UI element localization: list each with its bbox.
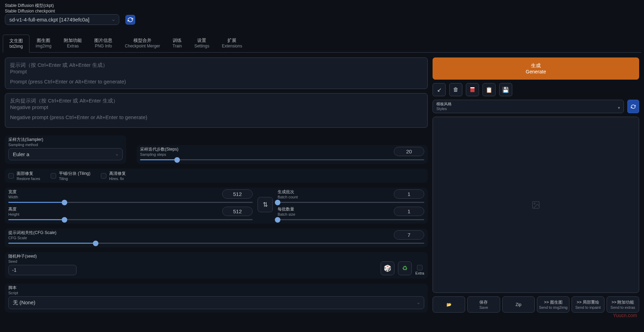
checkpoint-select[interactable]: sd-v1-4-full-ema.ckpt [14749efc0a] ⌵ [5,14,119,25]
random-seed-button[interactable]: 🎲 [381,261,394,275]
tab-png-info[interactable]: 图片信息PNG Info [88,35,119,52]
script-select[interactable]: 无 (None) ⌵ [8,296,424,309]
save-button[interactable]: 保存Save [467,296,500,313]
steps-value[interactable]: 20 [394,147,424,156]
tab-checkpoint-merger[interactable]: 模型合并Checkpoint Merger [119,35,166,52]
width-value[interactable]: 512 [222,189,253,199]
negative-prompt-input[interactable]: 反向提示词（按 Ctrl+Enter 或 Alt+Enter 生成） Negat… [5,93,428,128]
seed-input[interactable] [8,265,77,275]
cfg-slider[interactable] [8,243,424,244]
zip-button[interactable]: Zip [502,296,535,313]
clear-button[interactable]: 🗑 [449,83,462,96]
tab-txt2img[interactable]: 文生图txt2img [3,35,29,53]
header: Stable Diffusion 模型(ckpt) Stable Diffusi… [0,0,644,26]
chevron-down-icon: ⌵ [112,17,115,22]
save-style-button[interactable]: 💾 [499,83,512,96]
open-folder-button[interactable]: 📂 [433,296,465,313]
batch-count-slider[interactable] [278,202,424,203]
send-to-extras-button[interactable]: >> 附加功能Send to extras [607,296,639,313]
seed-extra-checkbox[interactable] [417,265,423,270]
steps-slider[interactable] [140,159,424,160]
main-tabs: 文生图txt2img图生图img2img附加功能Extras图片信息PNG In… [3,35,641,53]
generate-button[interactable]: 生成 Generate [433,57,639,80]
restore-faces-checkbox[interactable] [8,173,14,179]
image-icon [531,200,540,209]
hires-fix-checkbox[interactable] [101,173,106,179]
chevron-down-icon: ▾ [618,106,620,110]
height-value[interactable]: 512 [222,207,253,216]
output-preview [433,117,639,293]
arrow-button[interactable]: ↙ [433,83,446,96]
paste-button[interactable]: 📋 [482,83,496,96]
chevron-down-icon: ⌵ [116,152,118,156]
tab-train[interactable]: 训练Train [166,35,188,52]
tab-settings[interactable]: 设置Settings [188,35,216,52]
swap-dimensions-button[interactable]: ⇅ [258,197,273,212]
chevron-down-icon: ⌵ [417,300,420,305]
watermark: Yuucn.com [613,313,637,318]
refresh-styles-button[interactable] [627,100,639,113]
styles-select[interactable]: 模板风格 Styles ▾ [433,100,624,113]
reuse-seed-button[interactable]: ♻ [398,261,412,275]
tab-extras[interactable]: 附加功能Extras [58,35,88,52]
prompt-input[interactable]: 提示词（按 Ctrl+Enter 或 Alt+Enter 生成） Prompt … [5,57,428,89]
warn-button[interactable] [466,83,479,96]
sampler-select[interactable]: Euler a ⌵ [8,148,123,160]
checkpoint-value: sd-v1-4-full-ema.ckpt [14749efc0a] [9,17,89,23]
steps-label: 采样迭代步数(Steps) Sampling steps [140,146,390,156]
batch-count-value[interactable]: 1 [394,189,424,199]
checkpoint-label-en: Stable Diffusion checkpoint [5,9,639,14]
cfg-value[interactable]: 7 [394,230,424,240]
send-to-inpaint-button[interactable]: >> 局部重绘Send to inpaint [572,296,604,313]
batch-size-slider[interactable] [278,219,424,220]
svg-point-1 [534,203,535,204]
refresh-checkpoint-button[interactable] [125,15,135,25]
batch-size-value[interactable]: 1 [394,207,424,216]
sampler-label: 采样方法(Sampler) Sampling method [8,137,123,147]
tab-img2img[interactable]: 图生图img2img [29,35,58,52]
height-slider[interactable] [8,219,253,220]
tab-extensions[interactable]: 扩展Extensions [216,35,249,52]
send-to-img2img-button[interactable]: >> 图生图Send to img2img [537,296,569,313]
width-slider[interactable] [8,202,253,203]
checkpoint-label-cn: Stable Diffusion 模型(ckpt) [5,3,639,9]
tiling-checkbox[interactable] [51,173,56,179]
